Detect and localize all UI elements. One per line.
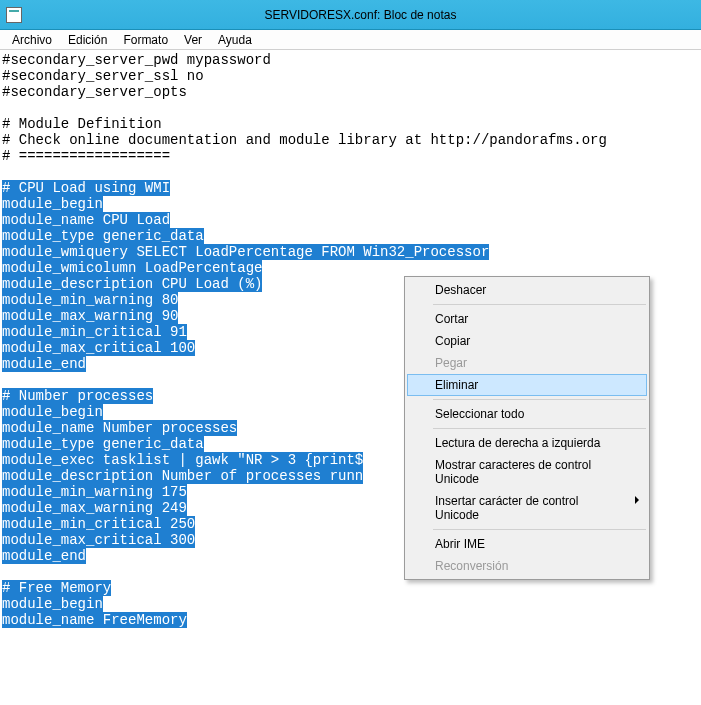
text-line-selected: module_name FreeMemory <box>2 612 699 628</box>
text-line: # Module Definition <box>2 116 699 132</box>
menubar: Archivo Edición Formato Ver Ayuda <box>0 30 701 50</box>
text-line-selected: module_wmiquery SELECT LoadPercentage FR… <box>2 244 699 260</box>
context-menu-item[interactable]: Insertar carácter de control Unicode <box>407 490 647 526</box>
context-menu-item[interactable]: Mostrar caracteres de control Unicode <box>407 454 647 490</box>
blank-line <box>2 164 699 180</box>
text-line-selected: module_wmicolumn LoadPercentage <box>2 260 699 276</box>
context-menu-item: Pegar <box>407 352 647 374</box>
notepad-icon <box>6 7 22 23</box>
context-menu-item[interactable]: Lectura de derecha a izquierda <box>407 432 647 454</box>
context-menu-item[interactable]: Copiar <box>407 330 647 352</box>
text-line <box>2 100 699 116</box>
text-line-selected: # CPU Load using WMI <box>2 180 699 196</box>
text-line: #secondary_server_pwd mypassword <box>2 52 699 68</box>
context-menu-separator <box>433 529 646 530</box>
menu-formato[interactable]: Formato <box>115 31 176 49</box>
submenu-arrow-icon <box>635 496 639 504</box>
text-line-selected: module_begin <box>2 596 699 612</box>
text-line: #secondary_server_ssl no <box>2 68 699 84</box>
text-line-selected: module_type generic_data <box>2 228 699 244</box>
context-menu-separator <box>433 399 646 400</box>
context-menu-item[interactable]: Eliminar <box>407 374 647 396</box>
context-menu-item: Reconversión <box>407 555 647 577</box>
text-line: #secondary_server_opts <box>2 84 699 100</box>
context-menu-item[interactable]: Deshacer <box>407 279 647 301</box>
text-line-selected: # Free Memory <box>2 580 699 596</box>
context-menu-separator <box>433 428 646 429</box>
text-line: # Check online documentation and module … <box>2 132 699 148</box>
menu-edicion[interactable]: Edición <box>60 31 115 49</box>
titlebar: SERVIDORESX.conf: Bloc de notas <box>0 0 701 30</box>
text-line: # ================== <box>2 148 699 164</box>
window-title: SERVIDORESX.conf: Bloc de notas <box>26 8 695 22</box>
context-menu-item[interactable]: Seleccionar todo <box>407 403 647 425</box>
context-menu-separator <box>433 304 646 305</box>
menu-ver[interactable]: Ver <box>176 31 210 49</box>
text-line-selected: module_begin <box>2 196 699 212</box>
menu-ayuda[interactable]: Ayuda <box>210 31 260 49</box>
context-menu-item[interactable]: Cortar <box>407 308 647 330</box>
text-line-selected: module_name CPU Load <box>2 212 699 228</box>
context-menu: DeshacerCortarCopiarPegarEliminarSelecci… <box>404 276 650 580</box>
context-menu-item[interactable]: Abrir IME <box>407 533 647 555</box>
menu-archivo[interactable]: Archivo <box>4 31 60 49</box>
